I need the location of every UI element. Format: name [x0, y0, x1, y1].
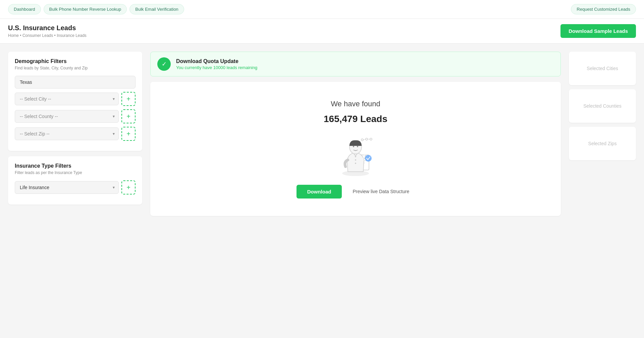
- insurance-type-select[interactable]: Life Insurance: [15, 181, 119, 194]
- header-text: U.S. Insurance Leads Home • Consumer Lea…: [8, 24, 87, 38]
- add-zip-btn[interactable]: +: [121, 127, 136, 141]
- add-insurance-type-btn[interactable]: +: [121, 180, 136, 194]
- page-header: U.S. Insurance Leads Home • Consumer Lea…: [0, 19, 644, 44]
- nav-bulk-email[interactable]: Bulk Email Verification: [129, 4, 184, 14]
- svg-point-14: [370, 138, 372, 140]
- svg-point-12: [361, 139, 363, 141]
- zip-row: -- Select Zip -- ▾ +: [15, 127, 136, 141]
- svg-point-11: [365, 155, 372, 162]
- svg-point-13: [366, 138, 368, 140]
- city-select[interactable]: -- Select City --: [15, 93, 119, 105]
- nav-bulk-phone[interactable]: Bulk Phone Number Reverse Lookup: [44, 4, 127, 14]
- zip-select-wrapper: -- Select Zip -- ▾: [15, 127, 119, 140]
- insurance-filters-subtitle: Filter leads as per the Insurance Type: [15, 170, 136, 175]
- insurance-filters-title: Insurance Type Filters: [15, 163, 136, 169]
- svg-point-10: [357, 146, 358, 147]
- leads-illustration: [329, 130, 382, 177]
- state-display: Texas: [15, 76, 136, 89]
- right-panel: Selected Cities Selected Counties Select…: [569, 52, 636, 336]
- quota-check-icon: ✓: [157, 57, 171, 71]
- quota-subtitle: You currently have 10000 leads remaining: [176, 65, 257, 70]
- found-text: We have found: [331, 100, 380, 108]
- main-content: Demographic Filters Find leads by State,…: [0, 44, 644, 338]
- breadcrumb: Home • Consumer Leads • Insurance Leads: [8, 33, 87, 38]
- preview-btn[interactable]: Preview live Data Structure: [347, 185, 415, 198]
- selected-zips-section: Selected Zips: [569, 127, 636, 160]
- svg-point-9: [353, 146, 354, 147]
- insurance-type-wrapper: Life Insurance ▾: [15, 181, 119, 194]
- demographic-filters-title: Demographic Filters: [15, 58, 136, 64]
- leads-count: 165,479 Leads: [324, 114, 387, 124]
- county-select[interactable]: -- Select County --: [15, 110, 119, 123]
- nav-dashboard[interactable]: Dashboard: [8, 4, 41, 14]
- quota-title: Download Quota Update: [176, 58, 257, 64]
- quota-banner: ✓ Download Quota Update You currently ha…: [150, 52, 561, 76]
- add-city-btn[interactable]: +: [121, 92, 136, 106]
- county-row: -- Select County -- ▾ +: [15, 109, 136, 123]
- insurance-filters-card: Insurance Type Filters Filter leads as p…: [8, 156, 142, 205]
- center-panel: ✓ Download Quota Update You currently ha…: [150, 52, 561, 336]
- selected-cities-section: Selected Cities: [569, 52, 636, 85]
- add-county-btn[interactable]: +: [121, 109, 136, 123]
- city-row: -- Select City -- ▾ +: [15, 92, 136, 106]
- demographic-filters-card: Demographic Filters Find leads by State,…: [8, 52, 142, 151]
- zip-select[interactable]: -- Select Zip --: [15, 127, 119, 140]
- selected-cities-label: Selected Cities: [587, 66, 618, 71]
- quota-text: Download Quota Update You currently have…: [176, 58, 257, 70]
- selected-counties-label: Selected Counties: [583, 103, 622, 109]
- request-customized-leads-btn[interactable]: Request Customized Leads: [571, 4, 636, 14]
- insurance-type-row: Life Insurance ▾ +: [15, 180, 136, 194]
- download-sample-leads-btn[interactable]: Download Sample Leads: [560, 24, 636, 38]
- svg-point-6: [355, 159, 356, 161]
- top-navigation: Dashboard Bulk Phone Number Reverse Look…: [0, 0, 644, 19]
- demographic-filters-subtitle: Find leads by State, City, County and Zi…: [15, 66, 136, 70]
- selected-counties-section: Selected Counties: [569, 89, 636, 123]
- results-card: We have found 165,479 Leads: [150, 82, 561, 216]
- nav-left: Dashboard Bulk Phone Number Reverse Look…: [8, 4, 184, 14]
- left-panel: Demographic Filters Find leads by State,…: [8, 52, 142, 336]
- page-title: U.S. Insurance Leads: [8, 24, 87, 32]
- svg-line-15: [363, 139, 366, 140]
- svg-point-7: [355, 163, 356, 164]
- county-select-wrapper: -- Select County -- ▾: [15, 110, 119, 123]
- download-btn[interactable]: Download: [297, 185, 342, 199]
- selected-zips-label: Selected Zips: [588, 141, 617, 146]
- actions-row: Download Preview live Data Structure: [297, 185, 415, 199]
- city-select-wrapper: -- Select City -- ▾: [15, 93, 119, 105]
